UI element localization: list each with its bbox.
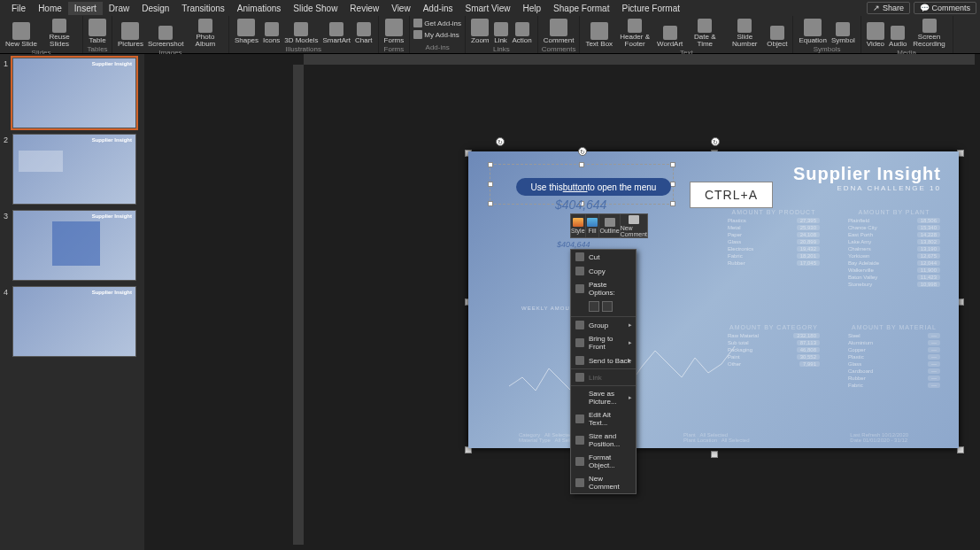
ruler-vertical <box>293 65 304 545</box>
audio-button[interactable]: Audio <box>887 18 908 49</box>
group-label: Tables <box>87 45 107 53</box>
screenshot-button[interactable]: Screenshot <box>146 18 185 49</box>
textbox-button[interactable]: Text Box <box>583 18 614 49</box>
context-menu: Cut Copy Paste Options: Group▸ Bring to … <box>570 249 637 494</box>
tab-bar: File Home Insert Draw Design Transitions… <box>0 0 980 16</box>
menu-edit-alt-text[interactable]: Edit Alt Text... <box>571 408 636 430</box>
wordart-button[interactable]: WordArt <box>655 18 684 49</box>
group-label: Comments <box>542 45 576 53</box>
ruler-horizontal <box>304 54 975 65</box>
tab-slideshow[interactable]: Slide Show <box>287 2 343 15</box>
tab-addins[interactable]: Add-ins <box>417 2 459 15</box>
group-label: Links <box>493 45 510 53</box>
menu-cut[interactable]: Cut <box>571 250 636 264</box>
comments-button[interactable]: 💬 Comments <box>914 2 976 14</box>
icons-button[interactable]: Icons <box>261 18 282 45</box>
chart-button[interactable]: Chart <box>353 18 374 45</box>
zoom-button[interactable]: Zoom <box>469 18 490 45</box>
tab-insert[interactable]: Insert <box>68 2 103 15</box>
paste-option-2[interactable] <box>602 301 613 312</box>
size-icon <box>575 436 584 445</box>
menu-send-back[interactable]: Send to Back▸ <box>571 353 636 368</box>
get-addins-button[interactable]: Get Add-ins <box>413 18 461 28</box>
video-button[interactable]: Video <box>865 18 886 49</box>
copy-icon <box>575 267 584 275</box>
menu-new-comment[interactable]: New Comment <box>571 472 636 493</box>
send-back-icon <box>575 356 584 365</box>
tab-file[interactable]: File <box>5 2 32 15</box>
thumb-number: 1 <box>4 58 12 128</box>
tab-design[interactable]: Design <box>135 2 175 15</box>
bring-front-icon <box>575 338 584 347</box>
symbol-button[interactable]: Symbol <box>830 18 857 45</box>
menu-group[interactable]: Group▸ <box>571 318 636 332</box>
rotation-handle-icon[interactable] <box>711 137 720 146</box>
menu-save-as-picture[interactable]: Save as Picture...▸ <box>571 387 636 408</box>
slide-canvas[interactable]: Supplier Insight EDNA CHALLENGE 10 AMOUN… <box>468 151 959 448</box>
forms-button[interactable]: Forms <box>382 18 406 45</box>
slidenumber-button[interactable]: Slide Number <box>725 18 764 49</box>
thumb-number: 3 <box>4 210 12 281</box>
comment-icon <box>575 478 584 487</box>
tab-smartview[interactable]: Smart View <box>459 2 517 15</box>
new-comment-button[interactable]: New Comment <box>621 214 647 237</box>
slide-thumb-3[interactable]: Supplier Insight <box>12 210 136 281</box>
callout-pill[interactable]: Use this button to open the menu <box>516 178 671 196</box>
tab-shapeformat[interactable]: Shape Format <box>547 2 615 15</box>
my-addins-button[interactable]: My Add-ins <box>413 29 459 40</box>
thumb-number: 4 <box>4 286 12 357</box>
ctrl-a-label: CTRL+A <box>690 182 773 208</box>
screen-recording-button[interactable]: Screen Recording <box>910 18 949 49</box>
slide-thumb-1[interactable]: Supplier Insight <box>12 58 136 128</box>
slide-thumb-4[interactable]: Supplier Insight <box>12 286 136 357</box>
reuse-slides-button[interactable]: Reuse Slides <box>40 18 79 49</box>
mini-toolbar: Style Fill Outline New Comment <box>570 213 648 238</box>
group-label: Add-ins <box>426 43 450 51</box>
link-button[interactable]: Link <box>492 18 510 45</box>
menu-bring-front[interactable]: Bring to Front▸ <box>571 332 636 353</box>
object-button[interactable]: Object <box>765 18 789 49</box>
menu-format-object[interactable]: Format Object... <box>571 451 636 472</box>
tab-view[interactable]: View <box>385 2 417 15</box>
pictures-button[interactable]: Pictures <box>116 18 145 49</box>
menu-copy[interactable]: Copy <box>571 264 636 278</box>
group-label: Symbols <box>814 45 841 53</box>
share-button[interactable]: ↗ Share <box>867 2 910 14</box>
tab-review[interactable]: Review <box>343 2 385 15</box>
slide-editor: Supplier Insight EDNA CHALLENGE 10 AMOUN… <box>144 54 980 550</box>
amount-value: $404,644 <box>555 198 606 212</box>
header-footer-button[interactable]: Header & Footer <box>615 18 654 49</box>
3dmodels-button[interactable]: 3D Models <box>282 18 320 45</box>
outline-button[interactable]: Outline <box>599 214 620 237</box>
photo-album-button[interactable]: Photo Album <box>186 18 225 49</box>
fill-button[interactable]: Fill <box>586 214 600 237</box>
shapes-button[interactable]: Shapes <box>233 18 260 45</box>
ribbon: New Slide Reuse Slides Slides Table Tabl… <box>0 16 980 54</box>
equation-button[interactable]: Equation <box>797 18 829 45</box>
group-label: Illustrations <box>286 45 321 53</box>
menu-link: Link <box>571 370 636 384</box>
group-icon <box>575 321 584 329</box>
rotation-handle-icon[interactable] <box>578 147 587 156</box>
comment-button[interactable]: Comment <box>542 18 576 45</box>
slide-thumb-2[interactable]: Supplier Insight <box>12 134 136 205</box>
paste-icon <box>575 284 584 293</box>
tab-help[interactable]: Help <box>517 2 548 15</box>
tab-pictureformat[interactable]: Picture Format <box>615 2 686 15</box>
new-slide-button[interactable]: New Slide <box>4 18 39 49</box>
tab-transitions[interactable]: Transitions <box>175 2 231 15</box>
tab-draw[interactable]: Draw <box>103 2 135 15</box>
datetime-button[interactable]: Date & Time <box>685 18 724 49</box>
selection-handle[interactable] <box>711 451 718 458</box>
action-button[interactable]: Action <box>511 18 534 45</box>
tab-home[interactable]: Home <box>32 2 68 15</box>
paste-option-1[interactable] <box>589 301 599 312</box>
tab-animations[interactable]: Animations <box>231 2 287 15</box>
slide-thumbnails-panel: 1 Supplier Insight 2 Supplier Insight 3 … <box>0 54 144 550</box>
menu-size-position[interactable]: Size and Position... <box>571 430 636 451</box>
table-button[interactable]: Table <box>87 18 108 45</box>
thumb-number: 2 <box>4 134 12 205</box>
style-button[interactable]: Style <box>571 214 586 237</box>
rotation-handle-icon[interactable] <box>496 137 505 146</box>
smartart-button[interactable]: SmartArt <box>320 18 352 45</box>
